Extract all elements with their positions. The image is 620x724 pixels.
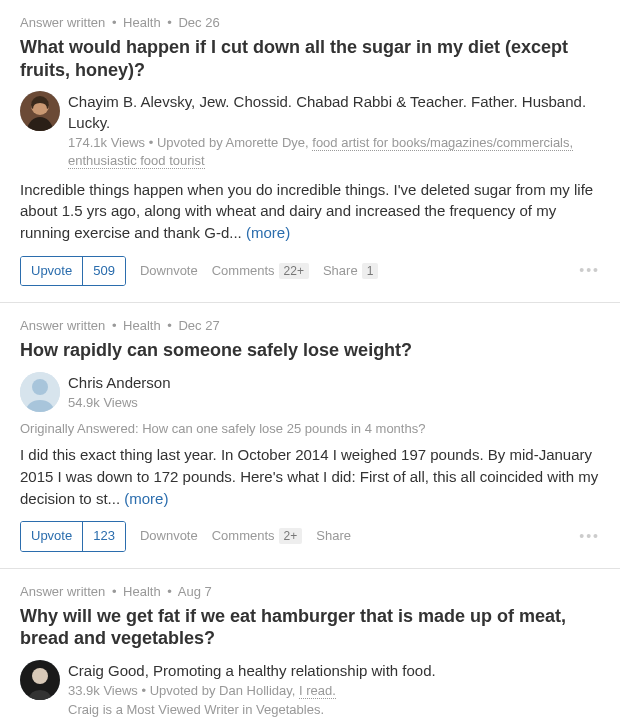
- author-name-line: Craig Good, Promoting a healthy relation…: [68, 660, 600, 681]
- author-subline: 174.1k Views • Upvoted by Amorette Dye, …: [68, 134, 600, 170]
- share-button[interactable]: Share: [316, 527, 351, 545]
- meta-date: Dec 26: [178, 15, 219, 30]
- avatar[interactable]: [20, 91, 60, 131]
- meta-type: Answer written: [20, 584, 105, 599]
- upvoted-by-label: Upvoted by: [150, 683, 216, 698]
- view-count: 174.1k Views: [68, 135, 145, 150]
- author-row: Craig Good, Promoting a healthy relation…: [20, 660, 600, 719]
- author-subline: 33.9k Views • Upvoted by Dan Holliday, I…: [68, 682, 600, 700]
- question-title[interactable]: How rapidly can someone safely lose weig…: [20, 339, 600, 362]
- author-name[interactable]: Craig Good: [68, 662, 145, 679]
- svg-point-3: [32, 379, 48, 395]
- more-link[interactable]: (more): [124, 490, 168, 507]
- more-options-icon[interactable]: •••: [579, 527, 600, 547]
- originally-answered: Originally Answered: How can one safely …: [20, 420, 600, 438]
- comments-button[interactable]: Comments 2+: [212, 527, 303, 545]
- downvote-button[interactable]: Downvote: [140, 527, 198, 545]
- writer-badge: Craig is a Most Viewed Writer in Vegetab…: [68, 701, 600, 719]
- author-credential: , Promoting a healthy relationship with …: [145, 662, 436, 679]
- meta-line: Answer written • Health • Dec 27: [20, 317, 600, 335]
- author-name[interactable]: Chayim B. Alevsky: [68, 93, 191, 110]
- answer-card: Answer written • Health • Dec 27 How rap…: [0, 303, 620, 569]
- action-bar: Upvote 123 Downvote Comments 2+ Share ••…: [20, 521, 600, 551]
- avatar[interactable]: [20, 660, 60, 700]
- question-title[interactable]: What would happen if I cut down all the …: [20, 36, 600, 81]
- action-bar: Upvote 509 Downvote Comments 22+ Share 1…: [20, 256, 600, 286]
- question-title[interactable]: Why will we get fat if we eat hamburger …: [20, 605, 600, 650]
- meta-type: Answer written: [20, 318, 105, 333]
- meta-topic[interactable]: Health: [123, 584, 161, 599]
- meta-date: Dec 27: [178, 318, 219, 333]
- comments-count: 22+: [279, 263, 309, 279]
- view-count: 33.9k Views: [68, 683, 138, 698]
- upvoter-name[interactable]: Amorette Dye: [226, 135, 305, 150]
- author-row: Chayim B. Alevsky, Jew. Chossid. Chabad …: [20, 91, 600, 170]
- comments-count: 2+: [279, 528, 303, 544]
- answer-card: Answer written • Health • Dec 26 What wo…: [0, 0, 620, 303]
- answer-body: Incredible things happen when you do inc…: [20, 179, 600, 244]
- author-row: Chris Anderson 54.9k Views: [20, 372, 600, 412]
- answer-card: Answer written • Health • Aug 7 Why will…: [0, 569, 620, 725]
- meta-type: Answer written: [20, 15, 105, 30]
- upvote-button[interactable]: Upvote 509: [20, 256, 126, 286]
- upvoted-by-label: Upvoted by: [157, 135, 223, 150]
- upvote-button[interactable]: Upvote 123: [20, 521, 126, 551]
- downvote-button[interactable]: Downvote: [140, 262, 198, 280]
- upvoter-credential[interactable]: I read.: [299, 683, 336, 699]
- more-link[interactable]: (more): [246, 224, 290, 241]
- meta-topic[interactable]: Health: [123, 15, 161, 30]
- upvoter-name[interactable]: Dan Holliday: [219, 683, 292, 698]
- share-button[interactable]: Share 1: [323, 262, 378, 280]
- avatar[interactable]: [20, 372, 60, 412]
- upvote-count: 123: [82, 522, 125, 550]
- author-subline: 54.9k Views: [68, 394, 600, 412]
- meta-line: Answer written • Health • Dec 26: [20, 14, 600, 32]
- meta-line: Answer written • Health • Aug 7: [20, 583, 600, 601]
- author-name-line: Chris Anderson: [68, 372, 600, 393]
- meta-date: Aug 7: [178, 584, 212, 599]
- answer-body: I did this exact thing last year. In Oct…: [20, 444, 600, 509]
- svg-point-5: [32, 668, 48, 684]
- share-count: 1: [362, 263, 379, 279]
- view-count: 54.9k Views: [68, 395, 138, 410]
- upvote-count: 509: [82, 257, 125, 285]
- meta-topic[interactable]: Health: [123, 318, 161, 333]
- author-name[interactable]: Chris Anderson: [68, 374, 171, 391]
- comments-button[interactable]: Comments 22+: [212, 262, 309, 280]
- author-name-line: Chayim B. Alevsky, Jew. Chossid. Chabad …: [68, 91, 600, 133]
- more-options-icon[interactable]: •••: [579, 261, 600, 281]
